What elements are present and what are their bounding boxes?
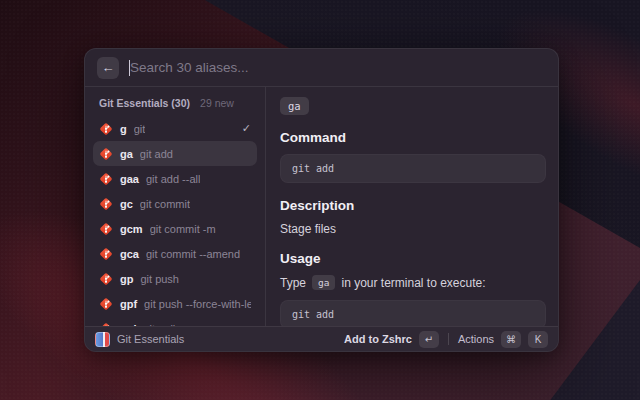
list-item-gcm[interactable]: gcm git commit -m <box>93 216 257 241</box>
extension-icon <box>95 332 110 347</box>
k-key-badge[interactable]: K <box>528 331 548 348</box>
command-label: git push --force-with-lease <box>144 298 251 310</box>
detail-panel: ga Command git add Description Stage fil… <box>266 87 558 326</box>
list-item-gp[interactable]: gp git push <box>93 266 257 291</box>
search-bar: ← <box>85 49 558 87</box>
alias-label: gp <box>120 273 133 285</box>
statusbar-actions: Add to Zshrc ↵ Actions ⌘ K <box>344 331 548 348</box>
search-input-wrap <box>129 60 546 76</box>
list-item-gca[interactable]: gca git commit --amend <box>93 241 257 266</box>
git-icon <box>99 297 113 311</box>
status-bar: Git Essentials Add to Zshrc ↵ Actions ⌘ … <box>85 326 558 351</box>
usage-instruction: Type ga in your terminal to execute: <box>280 275 546 290</box>
command-code-block: git add <box>280 154 546 183</box>
list-item-gaa[interactable]: gaa git add --all <box>93 166 257 191</box>
actions-menu-label[interactable]: Actions <box>458 333 494 345</box>
usage-suffix: in your terminal to execute: <box>341 276 485 290</box>
back-button[interactable]: ← <box>97 57 119 79</box>
command-label: git <box>134 123 146 135</box>
git-icon <box>99 197 113 211</box>
alias-label: gcm <box>120 223 143 235</box>
command-label: git commit <box>140 198 190 210</box>
search-input[interactable] <box>130 60 546 75</box>
statusbar-divider <box>448 333 449 345</box>
command-label: git commit --amend <box>146 248 240 260</box>
usage-heading: Usage <box>280 251 546 266</box>
command-label: git add --all <box>146 173 200 185</box>
return-key-badge[interactable]: ↵ <box>419 331 439 348</box>
list-item-gpf[interactable]: gpf git push --force-with-lease <box>93 291 257 316</box>
description-text: Stage files <box>280 222 546 236</box>
alias-badge: ga <box>280 97 309 115</box>
list-item-g[interactable]: g git ✓ <box>93 116 257 141</box>
git-icon <box>99 172 113 186</box>
command-label: git push <box>140 273 179 285</box>
list-item-ga[interactable]: ga git add <box>93 141 257 166</box>
usage-inline-code: ga <box>312 275 335 290</box>
alias-label: gc <box>120 198 133 210</box>
git-icon <box>99 222 113 236</box>
launcher-window: ← Git Essentials (30) 29 new g git ✓ ga <box>84 48 559 352</box>
alias-label: gca <box>120 248 139 260</box>
git-icon <box>99 247 113 261</box>
checkmark-icon: ✓ <box>242 122 251 135</box>
window-body: Git Essentials (30) 29 new g git ✓ ga gi… <box>85 87 558 326</box>
command-label: git add <box>140 148 173 160</box>
alias-label: g <box>120 123 127 135</box>
git-icon <box>99 122 113 136</box>
list-item-gc[interactable]: gc git commit <box>93 191 257 216</box>
description-heading: Description <box>280 198 546 213</box>
alias-label: gaa <box>120 173 139 185</box>
extension-name: Git Essentials <box>117 333 184 345</box>
git-icon <box>99 147 113 161</box>
command-heading: Command <box>280 130 546 145</box>
command-label: git commit -m <box>150 223 216 235</box>
primary-action-label[interactable]: Add to Zshrc <box>344 333 412 345</box>
list-item-gpl[interactable]: gpl git pull <box>93 316 257 326</box>
alias-list-panel: Git Essentials (30) 29 new g git ✓ ga gi… <box>85 87 266 326</box>
git-icon <box>99 272 113 286</box>
alias-label: gpf <box>120 298 137 310</box>
usage-prefix: Type <box>280 276 306 290</box>
alias-label: ga <box>120 148 133 160</box>
cmd-key-badge[interactable]: ⌘ <box>501 331 521 348</box>
section-new-badge: 29 new <box>200 97 234 109</box>
usage-code-block: git add <box>280 300 546 326</box>
section-title: Git Essentials (30) <box>99 97 190 109</box>
back-arrow-icon: ← <box>102 60 115 75</box>
list-section-header: Git Essentials (30) 29 new <box>93 95 257 116</box>
